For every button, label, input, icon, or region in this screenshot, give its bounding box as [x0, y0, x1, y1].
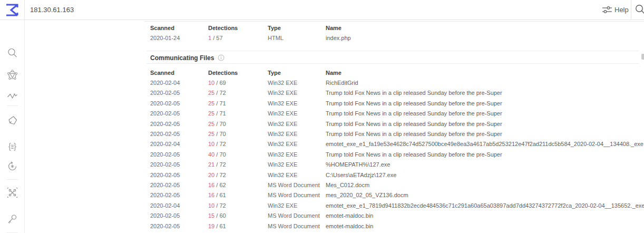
topbar-divider [631, 0, 631, 20]
detections-positive: 20 [208, 172, 214, 178]
file-type: Win32 EXE [268, 141, 326, 147]
file-name-link[interactable]: Trump told Fox News in a clip released S… [326, 100, 644, 106]
file-type: HTML [268, 35, 326, 41]
detections-positive: 16 [208, 182, 214, 188]
sidebar-retrohunt-icon[interactable] [7, 161, 18, 172]
detections-total: / 62 [214, 182, 226, 188]
file-type: Win32 EXE [268, 172, 326, 178]
tune-icon[interactable] [601, 4, 613, 16]
search-query[interactable]: 181.30.61.163 [30, 0, 74, 20]
scanned-date: 2020-02-05 [150, 100, 208, 106]
scanned-date: 2020-02-05 [150, 151, 208, 158]
detections-positive: 25 [208, 90, 214, 96]
file-name-link[interactable]: index.php [326, 35, 644, 41]
detections: 16 / 61 [208, 192, 268, 198]
file-type: MS Word Document [268, 212, 326, 219]
file-name-link[interactable]: Trump told Fox News in a clip released S… [326, 110, 644, 116]
file-type: Win32 EXE [268, 121, 326, 127]
detections-positive: 25 [208, 121, 214, 127]
scanned-date: 2020-02-05 [150, 212, 208, 219]
virustotal-logo-icon [4, 3, 20, 17]
detections-total: / 61 [214, 192, 226, 198]
sidebar-search-icon[interactable] [7, 47, 18, 59]
file-name-link[interactable]: Trump told Fox News in a clip released S… [326, 121, 644, 127]
detections-positive: 21 [208, 161, 214, 168]
detections-total: / 71 [214, 100, 226, 106]
detections-total: / 61 [214, 223, 226, 229]
detections: 19 / 61 [208, 223, 268, 229]
table-header-row: ScannedDetectionsTypeName [150, 23, 644, 33]
column-header: Type [268, 70, 326, 76]
table-row: 2020-02-0525 / 71Win32 EXETrump told Fox… [150, 98, 644, 108]
file-type: Win32 EXE [268, 161, 326, 168]
file-name-link[interactable]: emotet-maldoc.bin [326, 223, 644, 229]
detections-positive: 15 [208, 212, 214, 219]
info-icon[interactable] [218, 54, 225, 61]
file-name-link[interactable]: emotet-maldoc.bin [326, 212, 644, 219]
table-row: 2020-02-0410 / 69Win32 EXERichEditGrid [150, 77, 644, 88]
detections-total: / 69 [214, 80, 226, 86]
detections-total: / 71 [214, 110, 226, 116]
file-name-link[interactable]: mes_2020_02_05_VZ136.docm [326, 192, 644, 198]
column-header: Scanned [150, 25, 208, 31]
table-row: 2020-02-0520 / 72Win32 EXEC:\Users\aETAd… [150, 170, 644, 180]
table-header-row: ScannedDetectionsTypeName [150, 67, 644, 77]
detections-positive: 10 [208, 202, 214, 209]
detections-total: / 70 [214, 121, 226, 127]
file-type: Win32 EXE [268, 131, 326, 137]
scanned-date: 2020-02-04 [150, 80, 208, 86]
file-type: Win32 EXE [268, 100, 326, 106]
detections-total: / 72 [214, 141, 226, 147]
file-name-link[interactable]: emotet_exe_e1_fa19e53e4628c74d527500bce4… [326, 141, 644, 147]
detections-positive: 10 [208, 80, 214, 86]
sidebar-clusters-icon[interactable] [7, 187, 18, 198]
column-header: Type [268, 25, 326, 31]
virustotal-logo[interactable] [0, 0, 25, 20]
column-header: Name [326, 70, 644, 76]
table-row: 2020-02-0525 / 71Win32 EXETrump told Fox… [150, 109, 644, 119]
top-bar: 181.30.61.163 Help [0, 0, 644, 20]
sidebar-api-key-icon[interactable] [7, 213, 18, 225]
scanned-date: 2020-02-05 [150, 192, 208, 198]
detections: 25 / 71 [208, 110, 268, 116]
table-row: 2020-02-0516 / 62MS Word DocumentMes_C01… [150, 180, 644, 190]
file-name-link[interactable]: C:\Users\aETAdzjz\127.exe [326, 172, 644, 178]
table-row: 2020-02-0521 / 72Win32 EXE%HOMEPATH%\127… [150, 160, 644, 170]
file-name-link[interactable]: %HOMEPATH%\127.exe [326, 161, 644, 168]
file-name-link[interactable]: RichEditGrid [326, 80, 644, 86]
sidebar-activity-icon[interactable] [7, 90, 18, 101]
table-row: 2020-02-0518 / 64Win32 EXEemotet_exe_e1_… [150, 231, 644, 233]
sidebar [0, 20, 25, 233]
help-button[interactable]: Help [614, 0, 629, 20]
detections-total: / 57 [211, 35, 222, 41]
detections-total: / 70 [214, 151, 226, 158]
sidebar-rules-icon[interactable] [7, 141, 18, 152]
column-header: Detections [208, 25, 268, 31]
detections-positive: 10 [208, 141, 214, 147]
scanned-date: 2020-02-05 [150, 223, 208, 229]
sidebar-divider [7, 179, 18, 180]
search-icon[interactable] [635, 4, 644, 15]
table-row: 2020-02-0410 / 72Win32 EXEemotet_exe_e1_… [150, 139, 644, 149]
file-name-link[interactable]: Mes_C012.docm [326, 182, 644, 188]
detections-total: / 70 [214, 131, 226, 137]
file-type: Win32 EXE [268, 110, 326, 116]
file-type: Win32 EXE [268, 80, 326, 86]
detections: 25 / 70 [208, 131, 268, 137]
file-name-link[interactable]: emotet_exe_e1_7819d9411832b2ecde484536c7… [326, 202, 644, 209]
section-divider [147, 51, 639, 51]
main-content: ScannedDetectionsTypeName2020-01-241 / 5… [144, 21, 644, 233]
table-row: 2020-02-0525 / 70Win32 EXETrump told Fox… [150, 129, 644, 139]
column-header: Scanned [150, 70, 208, 76]
sidebar-hunting-icon[interactable] [7, 115, 18, 126]
file-name-link[interactable]: Trump told Fox News in a clip released S… [326, 90, 644, 96]
file-name-link[interactable]: Trump told Fox News in a clip released S… [326, 151, 644, 158]
column-header: Name [326, 25, 644, 31]
scanned-file-table: ScannedDetectionsTypeName2020-01-241 / 5… [150, 23, 644, 43]
file-name-link[interactable]: Trump told Fox News in a clip released S… [326, 131, 644, 137]
section-title: Communicating Files [150, 54, 214, 62]
detections-total: / 72 [214, 202, 226, 209]
file-type: MS Word Document [268, 182, 326, 188]
scanned-date: 2020-02-05 [150, 182, 208, 188]
sidebar-graph-icon[interactable] [7, 70, 18, 81]
